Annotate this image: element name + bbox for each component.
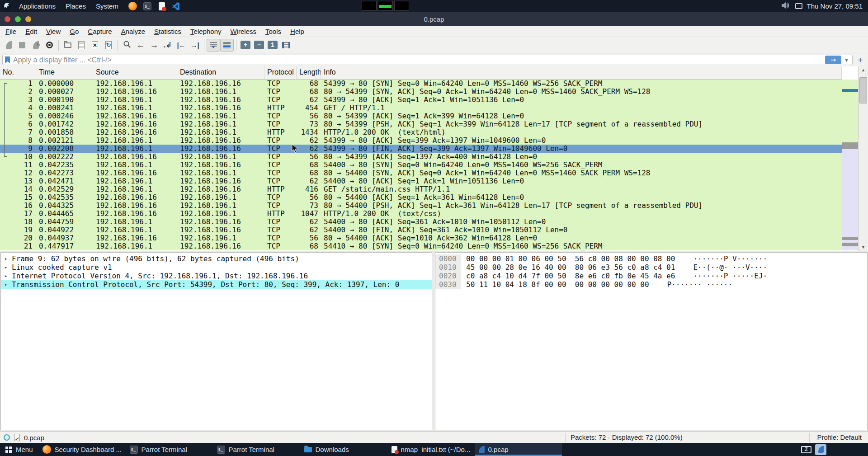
packet-row-6[interactable]: 60.001742192.168.196.16192.168.196.1TCP7… — [0, 120, 842, 128]
menu-capture[interactable]: Capture — [83, 28, 116, 35]
text-editor-icon[interactable] — [157, 1, 167, 11]
colorize-button[interactable] — [220, 39, 234, 52]
taskbar-item-0[interactable]: Security Dashboard ... — [38, 443, 126, 456]
clock[interactable]: Thu Nov 27, 09:51 — [807, 2, 863, 10]
keyboard-indicator-icon[interactable]: Z — [801, 446, 811, 453]
menu-edit[interactable]: Edit — [21, 28, 42, 35]
scrollbar-thumb[interactable] — [859, 77, 867, 103]
stop-capture-button[interactable] — [15, 39, 29, 52]
filter-bookmark-icon[interactable] — [5, 56, 10, 63]
menu-file[interactable]: File — [1, 28, 21, 35]
panel-menu-places[interactable]: Places — [61, 0, 91, 12]
zoom-in-button[interactable]: + — [239, 39, 252, 52]
packet-row-5[interactable]: 50.000246192.168.196.16192.168.196.1TCP5… — [0, 112, 842, 120]
zoom-100-button[interactable]: 1 — [266, 39, 279, 52]
menu-tools[interactable]: Tools — [261, 28, 286, 35]
packet-row-1[interactable]: 10.000000192.168.196.1192.168.196.16TCP6… — [0, 80, 842, 88]
filter-dropdown-caret-icon[interactable]: ▼ — [844, 57, 849, 63]
wireshark-tray-icon[interactable] — [815, 444, 826, 455]
packet-row-14[interactable]: 140.042529192.168.196.1192.168.196.16HTT… — [0, 185, 842, 193]
detail-row[interactable]: ▸Transmission Control Protocol, Src Port… — [1, 280, 432, 289]
statusbar-profile[interactable]: Profile: Default — [817, 432, 862, 443]
detail-row[interactable]: ▸Internet Protocol Version 4, Src: 192.1… — [1, 272, 432, 280]
hex-row[interactable]: 003050 11 10 04 18 8f 00 00 00 00 00 00 … — [435, 280, 867, 289]
packet-row-9[interactable]: 90.002208192.168.196.1192.168.196.16TCP6… — [0, 145, 842, 153]
close-file-button[interactable]: × — [88, 39, 102, 52]
detail-row[interactable]: ▸Linux cooked capture v1 — [1, 263, 432, 272]
menu-telephony[interactable]: Telephony — [186, 28, 226, 35]
expand-arrow-icon[interactable]: ▸ — [5, 254, 8, 263]
packet-row-3[interactable]: 30.000190192.168.196.1192.168.196.16TCP6… — [0, 96, 842, 104]
expand-arrow-icon[interactable]: ▸ — [5, 272, 8, 280]
expand-arrow-icon[interactable]: ▸ — [5, 263, 8, 272]
packet-row-13[interactable]: 130.042471192.168.196.1192.168.196.16TCP… — [0, 177, 842, 185]
packet-row-17[interactable]: 170.044465192.168.196.16192.168.196.1HTT… — [0, 210, 842, 218]
menu-statistics[interactable]: Statistics — [150, 28, 186, 35]
terminal-icon[interactable]: $_ — [142, 1, 152, 11]
menu-go[interactable]: Go — [65, 28, 83, 35]
packet-row-12[interactable]: 120.042273192.168.196.16192.168.196.1TCP… — [0, 169, 842, 177]
packet-row-8[interactable]: 80.002121192.168.196.1192.168.196.16TCP6… — [0, 136, 842, 145]
parrot-logo-icon[interactable] — [2, 1, 11, 11]
go-forward-button[interactable]: → — [147, 39, 161, 52]
panel-menu-applications[interactable]: Applications — [14, 0, 61, 12]
firefox-icon[interactable] — [128, 1, 138, 11]
restart-capture-button[interactable]: ↻ — [29, 39, 42, 52]
column-header-time[interactable]: Time — [36, 66, 93, 79]
hex-row[interactable]: 000000 00 00 01 00 06 00 50 56 c0 00 08 … — [435, 254, 867, 263]
menu-view[interactable]: View — [42, 28, 65, 35]
find-packet-button[interactable] — [120, 39, 134, 52]
maximize-window-button[interactable] — [15, 16, 21, 22]
minimize-window-button[interactable] — [25, 16, 31, 22]
column-header-protocol[interactable]: Protocol — [264, 66, 297, 79]
packet-row-4[interactable]: 40.000241192.168.196.1192.168.196.16HTTP… — [0, 104, 842, 112]
packet-row-15[interactable]: 150.042535192.168.196.16192.168.196.1TCP… — [0, 193, 842, 202]
packet-row-2[interactable]: 20.000027192.168.196.16192.168.196.1TCP6… — [0, 88, 842, 96]
go-to-packet-button[interactable]: .↲ — [161, 39, 175, 52]
column-header-info[interactable]: Info — [321, 66, 842, 79]
volume-icon[interactable] — [781, 1, 791, 11]
taskbar-item-4[interactable]: nmap_initial.txt (~/Do... — [387, 443, 475, 456]
go-back-button[interactable]: ← — [134, 39, 147, 52]
window-titlebar[interactable]: 0.pcap — [0, 12, 868, 26]
apply-filter-button[interactable]: → — [825, 56, 841, 64]
save-file-button[interactable] — [75, 39, 88, 52]
column-header-destination[interactable]: Destination — [177, 66, 264, 79]
taskbar-item-3[interactable]: Downloads — [300, 443, 387, 456]
go-last-button[interactable]: →| — [188, 39, 202, 52]
taskbar-item-1[interactable]: $_Parrot Terminal — [126, 443, 213, 456]
display-filter-input[interactable]: Apply a display filter ... <Ctrl-/> → ▼ — [2, 55, 853, 65]
menu-analyze[interactable]: Analyze — [117, 28, 150, 35]
hex-row[interactable]: 0020c0 a8 c4 10 d4 7f 00 50 8e e6 c0 fb … — [435, 272, 867, 280]
expand-arrow-icon[interactable]: ▸ — [5, 280, 8, 289]
taskbar-item-2[interactable]: $_Parrot Terminal — [213, 443, 300, 456]
packet-row-21[interactable]: 210.447917192.168.196.1192.168.196.16TCP… — [0, 242, 842, 250]
menu-help[interactable]: Help — [286, 28, 309, 35]
go-first-button[interactable]: |← — [175, 39, 188, 52]
packet-row-10[interactable]: 100.002222192.168.196.16192.168.196.1TCP… — [0, 153, 842, 161]
open-file-button[interactable] — [61, 39, 75, 52]
capture-options-button[interactable] — [42, 39, 56, 52]
scroll-up-icon[interactable]: ▲ — [859, 66, 868, 74]
start-capture-button[interactable] — [2, 39, 15, 52]
zoom-out-button[interactable]: − — [252, 39, 266, 52]
packet-list-scrollbar[interactable]: ▲ ▼ — [858, 66, 868, 251]
expert-info-icon[interactable] — [4, 434, 10, 441]
packet-row-19[interactable]: 190.044922192.168.196.1192.168.196.16TCP… — [0, 226, 842, 234]
packet-list-minimap[interactable] — [842, 80, 858, 251]
packet-row-18[interactable]: 180.044759192.168.196.1192.168.196.16TCP… — [0, 218, 842, 226]
packet-row-20[interactable]: 200.044937192.168.196.16192.168.196.1TCP… — [0, 234, 842, 242]
column-header-length[interactable]: Length — [297, 66, 321, 79]
capture-comment-icon[interactable] — [14, 434, 20, 441]
column-header-source[interactable]: Source — [93, 66, 177, 79]
column-header-no[interactable]: No. — [0, 66, 36, 79]
reload-file-button[interactable]: ↻ — [102, 39, 115, 52]
packet-row-11[interactable]: 110.042235192.168.196.1192.168.196.16TCP… — [0, 161, 842, 169]
auto-scroll-button[interactable] — [207, 39, 220, 52]
menu-wireless[interactable]: Wireless — [226, 28, 261, 35]
hex-row[interactable]: 001045 00 00 28 0e 16 40 00 80 06 e3 56 … — [435, 263, 867, 272]
resize-columns-button[interactable] — [279, 39, 293, 52]
display-icon[interactable] — [795, 3, 802, 9]
packet-row-7[interactable]: 70.001858192.168.196.16192.168.196.1HTTP… — [0, 128, 842, 136]
detail-row[interactable]: ▸Frame 9: 62 bytes on wire (496 bits), 6… — [1, 254, 432, 263]
